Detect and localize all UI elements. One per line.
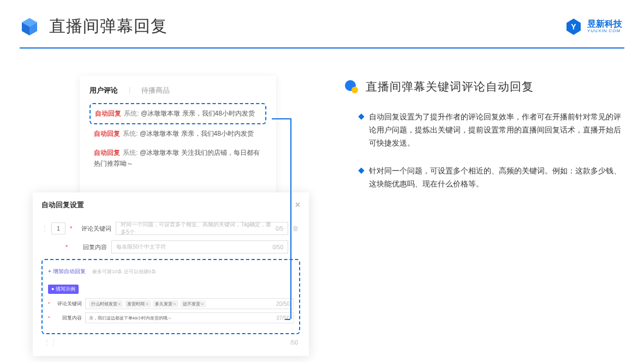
kw-count: 0/5: [276, 226, 283, 232]
comment-line-3: 自动回复 系统: @冰墩墩本墩 关注我们的店铺，每日都有热门推荐呦～: [90, 143, 266, 173]
drag-icon[interactable]: ⋮⋮: [41, 225, 47, 232]
tag-remove-icon[interactable]: ×: [174, 301, 176, 306]
settings-card: 自动回复设置 × ⋮⋮ * 评论关键词 对同一个问题，可设置多个相近、高频的关键…: [33, 192, 309, 356]
tab-products[interactable]: 待播商品: [141, 86, 170, 95]
reply-input[interactable]: 每条限50个中文字符 0/50: [111, 240, 288, 254]
bullet-text-1: 自动回复设置为了提升作者的评论回复效率，作者可在开播前针对常见的评论用户问题，提…: [369, 111, 624, 149]
svg-text:Y: Y: [571, 22, 576, 31]
brand-name: 昱新科技: [587, 20, 622, 28]
page-header: 直播间弹幕回复 Y 昱新科技 YUUXIN.COM: [0, 0, 644, 38]
ex-kw-count: 20/50: [276, 301, 290, 307]
sys-label: 系统:: [124, 110, 139, 117]
settings-header: 自动回复设置 ×: [41, 200, 300, 210]
ex-kw-input[interactable]: 什么时候发货× 发货时间× 多久发货× 还不发货× 20/50: [85, 298, 294, 309]
tabs: 用户评论 | 待播商品: [90, 86, 266, 95]
comment-card: 用户评论 | 待播商品 自动回复 系统: @冰墩墩本墩 亲亲，我们48小时内发货…: [80, 76, 276, 195]
example-reply-row: * 回复内容 亲，我们这边都是下单48小时内发货的哦～ 37/50: [48, 312, 294, 323]
bullet-text-2: 针对同一个问题，可设置多个相近的、高频的关键词。例如：这款多少钱、这块能优惠吗、…: [369, 165, 624, 191]
brand: Y 昱新科技 YUUXIN.COM: [564, 17, 622, 36]
kw-placeholder: 对同一个问题，可设置多个相近、高频的关键词，Tag确定，最多5个: [121, 221, 276, 236]
example-badge: ● 填写示例: [48, 285, 79, 294]
example-box: + 增加自动回复 最多可建10条 还可以创建9条 ● 填写示例 * 评论关键词 …: [41, 259, 300, 334]
ex-reply-label: 回复内容: [55, 315, 82, 322]
ex-reply-input[interactable]: 亲，我们这边都是下单48小时内发货的哦～ 37/50: [85, 312, 294, 323]
bottom-count: /50: [290, 340, 298, 346]
sys-label: 系统:: [123, 130, 138, 137]
tag: 什么时候发货×: [89, 300, 123, 307]
example-kw-row: * 评论关键词 什么时候发货× 发货时间× 多久发货× 还不发货× 20/50: [48, 298, 294, 309]
close-icon[interactable]: ×: [295, 200, 300, 210]
comment-text: @冰墩墩本墩 亲亲，我们48小时内发货: [141, 110, 255, 117]
order-input[interactable]: [51, 222, 65, 234]
required-mark: *: [65, 244, 68, 250]
brand-icon: Y: [564, 17, 583, 36]
reply-row: * 回复内容 每条限50个中文字符 0/50: [41, 240, 300, 254]
bullet-1: 自动回复设置为了提升作者的评论回复效率，作者可在开播前针对常见的评论用户问题，提…: [344, 111, 624, 149]
tag-remove-icon[interactable]: ×: [118, 301, 121, 306]
tab-divider: |: [129, 86, 130, 95]
required-mark: *: [48, 315, 50, 321]
tag-list: 什么时候发货× 发货时间× 多久发货× 还不发货×: [89, 300, 206, 307]
tag: 多久发货×: [153, 300, 178, 307]
cube-icon: [19, 16, 40, 38]
reply-placeholder: 每条限50个中文字符: [116, 243, 166, 251]
delete-icon[interactable]: 🗑: [293, 225, 300, 232]
chat-bubble-icon: [344, 79, 359, 94]
reply-label: 回复内容: [73, 243, 107, 251]
page-title: 直播间弹幕回复: [49, 15, 168, 38]
bottom-count-row: ⋮⋮ /50: [41, 339, 300, 346]
tag-remove-icon[interactable]: ×: [201, 301, 204, 306]
left-column: 用户评论 | 待播商品 自动回复 系统: @冰墩墩本墩 亲亲，我们48小时内发货…: [27, 76, 322, 206]
header-left: 直播间弹幕回复: [19, 15, 168, 38]
reply-count: 0/50: [273, 244, 283, 250]
tab-comments[interactable]: 用户评论: [90, 86, 118, 95]
tag: 发货时间×: [125, 300, 151, 307]
add-hint: 最多可建10条 还可以创建9条: [92, 269, 156, 274]
ex-reply-text: 亲，我们这边都是下单48小时内发货的哦～: [89, 315, 172, 321]
right-title-row: 直播间弹幕关键词评论自动回复: [344, 79, 624, 94]
auto-tag: 自动回复: [94, 130, 120, 137]
keyword-row: ⋮⋮ * 评论关键词 对同一个问题，可设置多个相近、高频的关键词，Tag确定，最…: [41, 222, 300, 235]
tag: 还不发货×: [181, 300, 206, 307]
right-title: 直播间弹幕关键词评论自动回复: [366, 79, 534, 94]
bullet-2: 针对同一个问题，可设置多个相近的、高频的关键词。例如：这款多少钱、这块能优惠吗、…: [344, 165, 624, 191]
settings-title: 自动回复设置: [41, 200, 84, 210]
comment-line-2: 自动回复 系统: @冰墩墩本墩 亲亲，我们48小时内发货: [90, 124, 266, 143]
ex-kw-label: 评论关键词: [55, 300, 82, 307]
auto-tag: 自动回复: [95, 110, 121, 117]
right-column: 直播间弹幕关键词评论自动回复 自动回复设置为了提升作者的评论回复效率，作者可在开…: [344, 76, 624, 206]
diamond-icon: [358, 168, 364, 174]
auto-tag: 自动回复: [94, 149, 120, 156]
tag-remove-icon[interactable]: ×: [146, 301, 148, 306]
svg-point-5: [351, 87, 358, 93]
required-mark: *: [70, 225, 72, 232]
drag-icon[interactable]: ⋮⋮: [44, 339, 49, 346]
kw-label: 评论关键词: [77, 225, 111, 233]
kw-input[interactable]: 对同一个问题，可设置多个相近、高频的关键词，Tag确定，最多5个 0/5: [116, 222, 288, 235]
comment-highlighted: 自动回复 系统: @冰墩墩本墩 亲亲，我们48小时内发货: [90, 103, 266, 124]
required-mark: *: [48, 301, 50, 306]
diamond-icon: [358, 113, 364, 119]
sys-label: 系统:: [123, 149, 138, 156]
brand-sub: YUUXIN.COM: [587, 28, 622, 33]
add-reply-link[interactable]: + 增加自动回复: [48, 268, 86, 275]
comment-text: @冰墩墩本墩 亲亲，我们48小时内发货: [140, 130, 254, 137]
ex-reply-count: 37/50: [276, 315, 290, 321]
